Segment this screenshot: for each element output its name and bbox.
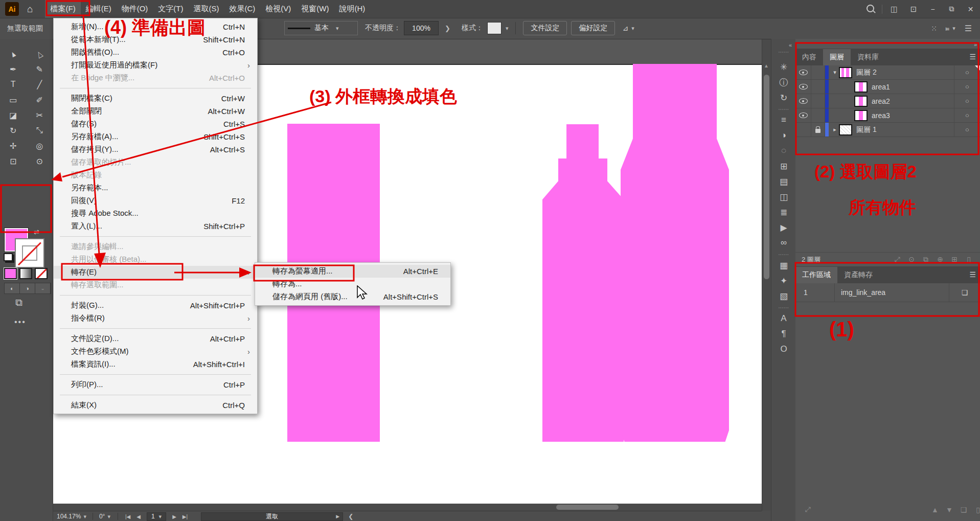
menubar-item[interactable]: 檔案(F)	[45, 0, 80, 18]
pen-tool-icon[interactable]: ✒	[0, 62, 27, 76]
file-menu-item[interactable]: 打開最近使用過的檔案(F) ›	[54, 59, 257, 72]
layer-row[interactable]: ▾ 圖層 2 ○	[795, 65, 980, 80]
layer-thumbnail[interactable]	[839, 67, 852, 78]
file-menu-item[interactable]: 全部關閉 Alt+Ctrl+W	[54, 105, 257, 118]
layer-lock-toggle[interactable]	[811, 94, 825, 108]
collapse-panels-icon[interactable]: »	[974, 41, 977, 48]
draw-behind-button[interactable]: ◑	[20, 283, 35, 293]
menubar-item[interactable]: 視窗(W)	[296, 0, 334, 18]
layer-target-icon[interactable]: ○	[954, 108, 980, 122]
new-layer-icon[interactable]: ⊞	[947, 255, 962, 264]
file-menu-item[interactable]: 儲存(S) Ctrl+S	[54, 118, 257, 130]
make-clip-mask-icon[interactable]: ⧉	[919, 255, 933, 264]
layer-name[interactable]: 圖層 1	[856, 125, 877, 134]
layer-visibility-toggle[interactable]	[795, 123, 811, 137]
vertical-scrollbar[interactable]: ▲	[762, 39, 771, 511]
artboard-row[interactable]: 1 img_link_area ❏	[795, 283, 980, 302]
layer-visibility-toggle[interactable]	[795, 94, 811, 108]
layer-row[interactable]: area2 ○	[795, 94, 980, 108]
type-tool-icon[interactable]: T	[0, 78, 27, 91]
layer-row[interactable]: area1 ○	[795, 80, 980, 94]
file-menu-item[interactable]: 轉存選取範圍...	[54, 279, 257, 291]
file-menu-item[interactable]: 在 Bridge 中瀏覽... Alt+Ctrl+O	[54, 72, 257, 84]
layer-thumbnail[interactable]	[854, 96, 868, 107]
magenta-bottle-small[interactable]	[542, 124, 624, 442]
new-artboard-icon[interactable]: ❏	[956, 506, 971, 514]
file-menu-item[interactable]: 結束(X) Ctrl+Q	[54, 399, 257, 412]
menubar-item[interactable]: 文字(T)	[153, 0, 188, 18]
color-mode-button[interactable]	[4, 268, 17, 279]
appearance-icon[interactable]: ≡	[771, 112, 796, 128]
file-menu-item[interactable]: 關閉檔案(C) Ctrl+W	[54, 92, 257, 105]
rotation-value[interactable]: 0°	[99, 513, 105, 520]
collect-for-export-icon[interactable]: ⤢	[890, 255, 904, 264]
illustrator-logo[interactable]: Ai	[5, 2, 19, 16]
align-dropdown-icon[interactable]: ▾	[952, 25, 955, 32]
slice-tool-icon[interactable]: ⊡	[0, 154, 27, 168]
delete-selection-icon[interactable]: ▯	[962, 255, 976, 264]
move-up-icon[interactable]: ▲	[928, 506, 942, 514]
direct-selection-tool-icon[interactable]: △	[27, 47, 53, 60]
menubar-item[interactable]: 說明(H)	[334, 0, 370, 18]
file-menu-item[interactable]: 回復(V) F12	[54, 194, 257, 207]
tab-artboards[interactable]: 工作區域	[795, 267, 837, 283]
curvature-tool-icon[interactable]: ✎	[27, 62, 53, 76]
file-menu-item[interactable]: 文件設定(D)... Alt+Ctrl+P	[54, 332, 257, 345]
layer-lock-toggle[interactable]	[811, 108, 825, 122]
menubar-item[interactable]: 編輯(E)	[81, 0, 117, 18]
stroke-style-select[interactable]: 基本 ▾	[284, 21, 358, 35]
tab-asset-export[interactable]: 資產轉存	[837, 267, 879, 283]
locate-object-icon[interactable]: ⊙	[904, 255, 919, 264]
layer-target-icon[interactable]: ○	[954, 94, 980, 108]
layer-visibility-toggle[interactable]	[795, 65, 811, 79]
file-menu-item[interactable]: 儲存選取的切片...	[54, 156, 257, 169]
file-menu-item[interactable]: 開啟舊檔(O)... Ctrl+O	[54, 46, 257, 59]
opacity-field[interactable]: 100%	[404, 21, 439, 35]
file-menu-item[interactable]: 另存新檔(A)... Shift+Ctrl+S	[54, 130, 257, 143]
info-icon[interactable]: ⓘ	[771, 75, 796, 90]
file-menu-item[interactable]: 轉存(E) ›	[54, 266, 257, 279]
more-tools-icon[interactable]: •••	[14, 318, 26, 327]
file-menu-item[interactable]: 列印(P)... Ctrl+P	[54, 378, 257, 391]
tab-libraries[interactable]: 資料庫	[851, 49, 885, 65]
file-menu-item[interactable]: 共用以供審核 (Beta)...	[54, 253, 257, 266]
document-setup-button[interactable]: 文件設定	[523, 21, 567, 35]
scissors-tool-icon[interactable]: ✂	[27, 108, 53, 122]
expand-panels-icon[interactable]: «	[771, 39, 796, 48]
layer-name[interactable]: 圖層 2	[856, 68, 877, 77]
recolor-artwork-icon[interactable]: ↻	[771, 90, 796, 105]
layer-thumbnail[interactable]	[854, 81, 868, 93]
layer-row[interactable]: area3 ○	[795, 108, 980, 123]
workspace-switcher-icon[interactable]: ⊡	[904, 5, 923, 14]
width-tool-icon[interactable]: ✢	[0, 139, 27, 152]
line-segment-tool-icon[interactable]: ╱	[27, 78, 53, 91]
zoom-tool-icon[interactable]: ⊙	[27, 154, 53, 168]
menubar-item[interactable]: 檢視(V)	[260, 0, 296, 18]
brushes-icon[interactable]: ▤	[771, 174, 796, 189]
vertical-scroll-thumb[interactable]	[764, 75, 769, 279]
file-menu-item[interactable]: 置入(L)... Shift+Ctrl+P	[54, 220, 257, 233]
restore-button[interactable]: ⧉	[942, 0, 961, 18]
layer-name[interactable]: area3	[872, 111, 890, 120]
draw-normal-button[interactable]: ◐	[5, 283, 20, 293]
eraser-tool-icon[interactable]: ◪	[0, 108, 27, 122]
layer-name[interactable]: area1	[872, 83, 890, 91]
horizontal-scroll-thumb[interactable]	[556, 505, 619, 510]
new-sublayer-icon[interactable]: ⊕	[933, 255, 947, 264]
file-menu-item[interactable]: 檔案資訊(I)... Alt+Shift+Ctrl+I	[54, 358, 257, 371]
delete-artboard-icon[interactable]: ▯	[971, 506, 980, 514]
align-objects-icon[interactable]: ⫢	[945, 24, 949, 33]
file-menu-item[interactable]: 儲存拷貝(Y)... Alt+Ctrl+S	[54, 143, 257, 156]
image-trace-icon[interactable]: ▦	[771, 258, 796, 273]
color-wheel-icon[interactable]: ✳	[771, 59, 796, 75]
file-menu-item[interactable]: 新增(N)... Ctrl+N	[54, 20, 257, 33]
panel-menu-icon[interactable]: ☰	[965, 24, 972, 33]
align-grid-icon[interactable]: ⁙	[931, 25, 937, 33]
snap-options-icon[interactable]: ⊿	[622, 24, 628, 32]
graphic-styles-icon[interactable]: ≣	[771, 205, 796, 220]
paragraph-icon[interactable]: ¶	[771, 326, 796, 342]
opacity-stepper-icon[interactable]: ❯	[445, 25, 450, 32]
file-menu-item[interactable]: 儲存為網頁用 (舊版)... Alt+Shift+Ctrl+S	[255, 290, 450, 303]
artboard-number-field[interactable]: 1▾	[147, 512, 166, 521]
home-icon[interactable]: ⌂	[27, 4, 33, 15]
